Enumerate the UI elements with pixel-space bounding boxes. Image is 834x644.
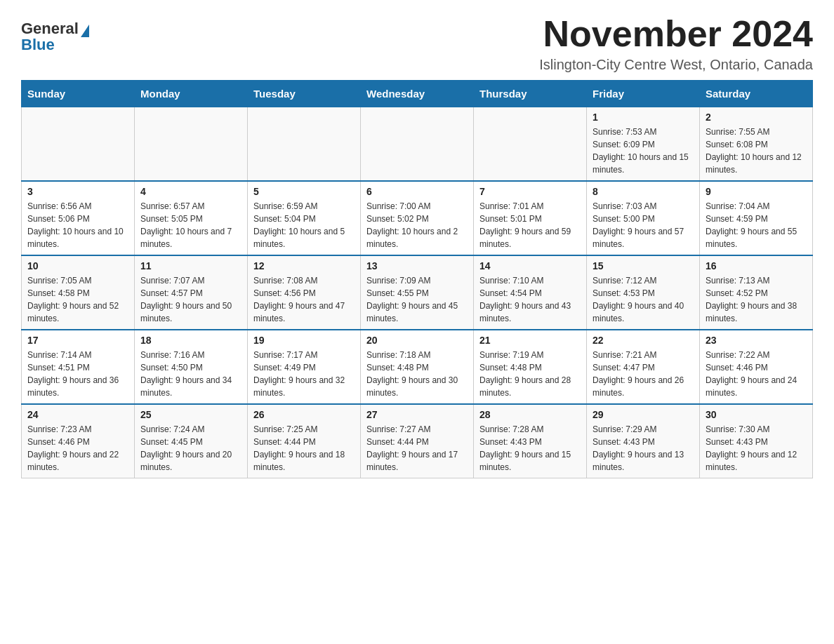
col-thursday: Thursday <box>474 81 587 107</box>
day-info: Sunrise: 7:19 AMSunset: 4:48 PMDaylight:… <box>479 349 581 399</box>
day-number: 20 <box>366 335 468 346</box>
day-number: 23 <box>706 335 807 346</box>
table-row <box>248 107 361 182</box>
day-info: Sunrise: 7:14 AMSunset: 4:51 PMDaylight:… <box>27 349 128 399</box>
day-number: 7 <box>479 186 581 197</box>
day-number: 22 <box>593 335 694 346</box>
table-row: 1Sunrise: 7:53 AMSunset: 6:09 PMDaylight… <box>587 107 700 182</box>
table-row: 10Sunrise: 7:05 AMSunset: 4:58 PMDayligh… <box>22 255 135 330</box>
day-number: 24 <box>27 409 128 420</box>
day-number: 16 <box>706 260 807 271</box>
day-number: 27 <box>366 409 468 420</box>
day-info: Sunrise: 7:09 AMSunset: 4:55 PMDaylight:… <box>366 274 468 325</box>
logo-blue-text: Blue <box>21 37 55 53</box>
table-row <box>135 107 248 182</box>
table-row: 26Sunrise: 7:25 AMSunset: 4:44 PMDayligh… <box>248 404 361 478</box>
table-row: 8Sunrise: 7:03 AMSunset: 5:00 PMDaylight… <box>587 181 700 255</box>
table-row: 13Sunrise: 7:09 AMSunset: 4:55 PMDayligh… <box>361 255 474 330</box>
calendar-table: Sunday Monday Tuesday Wednesday Thursday… <box>21 80 813 478</box>
day-number: 30 <box>706 409 807 420</box>
day-info: Sunrise: 7:21 AMSunset: 4:47 PMDaylight:… <box>593 349 694 399</box>
day-info: Sunrise: 7:53 AMSunset: 6:09 PMDaylight:… <box>593 126 694 176</box>
day-info: Sunrise: 7:01 AMSunset: 5:01 PMDaylight:… <box>479 200 581 250</box>
day-number: 12 <box>253 260 355 271</box>
table-row: 14Sunrise: 7:10 AMSunset: 4:54 PMDayligh… <box>474 255 587 330</box>
day-info: Sunrise: 7:13 AMSunset: 4:52 PMDaylight:… <box>706 274 807 325</box>
col-monday: Monday <box>135 81 248 107</box>
day-info: Sunrise: 7:27 AMSunset: 4:44 PMDaylight:… <box>366 423 468 474</box>
day-info: Sunrise: 7:55 AMSunset: 6:08 PMDaylight:… <box>706 126 807 176</box>
table-row: 27Sunrise: 7:27 AMSunset: 4:44 PMDayligh… <box>361 404 474 478</box>
day-info: Sunrise: 7:18 AMSunset: 4:48 PMDaylight:… <box>366 349 468 399</box>
day-info: Sunrise: 7:10 AMSunset: 4:54 PMDaylight:… <box>479 274 581 325</box>
day-number: 29 <box>593 409 694 420</box>
day-info: Sunrise: 7:24 AMSunset: 4:45 PMDaylight:… <box>140 423 241 474</box>
table-row: 2Sunrise: 7:55 AMSunset: 6:08 PMDaylight… <box>700 107 813 182</box>
day-number: 18 <box>140 335 241 346</box>
table-row: 6Sunrise: 7:00 AMSunset: 5:02 PMDaylight… <box>361 181 474 255</box>
logo: General Blue <box>21 14 89 53</box>
title-area: November 2024 Islington-City Centre West… <box>539 14 813 73</box>
day-number: 11 <box>140 260 241 271</box>
calendar-week-1: 1Sunrise: 7:53 AMSunset: 6:09 PMDaylight… <box>22 107 813 182</box>
day-info: Sunrise: 7:23 AMSunset: 4:46 PMDaylight:… <box>27 423 128 474</box>
table-row: 12Sunrise: 7:08 AMSunset: 4:56 PMDayligh… <box>248 255 361 330</box>
table-row: 20Sunrise: 7:18 AMSunset: 4:48 PMDayligh… <box>361 330 474 404</box>
day-info: Sunrise: 7:16 AMSunset: 4:50 PMDaylight:… <box>140 349 241 399</box>
day-info: Sunrise: 7:07 AMSunset: 4:57 PMDaylight:… <box>140 274 241 325</box>
day-info: Sunrise: 7:29 AMSunset: 4:43 PMDaylight:… <box>593 423 694 474</box>
table-row <box>22 107 135 182</box>
col-sunday: Sunday <box>22 81 135 107</box>
day-info: Sunrise: 7:04 AMSunset: 4:59 PMDaylight:… <box>706 200 807 250</box>
day-info: Sunrise: 7:08 AMSunset: 4:56 PMDaylight:… <box>253 274 355 325</box>
col-saturday: Saturday <box>700 81 813 107</box>
day-number: 4 <box>140 186 241 197</box>
table-row: 28Sunrise: 7:28 AMSunset: 4:43 PMDayligh… <box>474 404 587 478</box>
table-row: 24Sunrise: 7:23 AMSunset: 4:46 PMDayligh… <box>22 404 135 478</box>
header: General Blue November 2024 Islington-Cit… <box>21 14 813 73</box>
table-row: 11Sunrise: 7:07 AMSunset: 4:57 PMDayligh… <box>135 255 248 330</box>
table-row <box>361 107 474 182</box>
day-info: Sunrise: 7:22 AMSunset: 4:46 PMDaylight:… <box>706 349 807 399</box>
calendar-week-3: 10Sunrise: 7:05 AMSunset: 4:58 PMDayligh… <box>22 255 813 330</box>
header-row: Sunday Monday Tuesday Wednesday Thursday… <box>22 81 813 107</box>
col-friday: Friday <box>587 81 700 107</box>
table-row <box>474 107 587 182</box>
day-number: 21 <box>479 335 581 346</box>
day-number: 14 <box>479 260 581 271</box>
day-number: 15 <box>593 260 694 271</box>
col-wednesday: Wednesday <box>361 81 474 107</box>
day-number: 10 <box>27 260 128 271</box>
day-number: 26 <box>253 409 355 420</box>
day-number: 13 <box>366 260 468 271</box>
table-row: 4Sunrise: 6:57 AMSunset: 5:05 PMDaylight… <box>135 181 248 255</box>
day-info: Sunrise: 7:03 AMSunset: 5:00 PMDaylight:… <box>593 200 694 250</box>
day-info: Sunrise: 7:28 AMSunset: 4:43 PMDaylight:… <box>479 423 581 474</box>
day-info: Sunrise: 6:59 AMSunset: 5:04 PMDaylight:… <box>253 200 355 250</box>
day-number: 25 <box>140 409 241 420</box>
location-title: Islington-City Centre West, Ontario, Can… <box>539 57 813 73</box>
col-tuesday: Tuesday <box>248 81 361 107</box>
calendar-week-2: 3Sunrise: 6:56 AMSunset: 5:06 PMDaylight… <box>22 181 813 255</box>
day-info: Sunrise: 7:25 AMSunset: 4:44 PMDaylight:… <box>253 423 355 474</box>
day-number: 28 <box>479 409 581 420</box>
table-row: 22Sunrise: 7:21 AMSunset: 4:47 PMDayligh… <box>587 330 700 404</box>
day-info: Sunrise: 7:17 AMSunset: 4:49 PMDaylight:… <box>253 349 355 399</box>
table-row: 25Sunrise: 7:24 AMSunset: 4:45 PMDayligh… <box>135 404 248 478</box>
table-row: 5Sunrise: 6:59 AMSunset: 5:04 PMDaylight… <box>248 181 361 255</box>
table-row: 17Sunrise: 7:14 AMSunset: 4:51 PMDayligh… <box>22 330 135 404</box>
table-row: 29Sunrise: 7:29 AMSunset: 4:43 PMDayligh… <box>587 404 700 478</box>
logo-general-row: General <box>21 21 89 37</box>
table-row: 30Sunrise: 7:30 AMSunset: 4:43 PMDayligh… <box>700 404 813 478</box>
table-row: 15Sunrise: 7:12 AMSunset: 4:53 PMDayligh… <box>587 255 700 330</box>
table-row: 9Sunrise: 7:04 AMSunset: 4:59 PMDaylight… <box>700 181 813 255</box>
day-info: Sunrise: 6:56 AMSunset: 5:06 PMDaylight:… <box>27 200 128 250</box>
day-info: Sunrise: 7:12 AMSunset: 4:53 PMDaylight:… <box>593 274 694 325</box>
calendar-week-4: 17Sunrise: 7:14 AMSunset: 4:51 PMDayligh… <box>22 330 813 404</box>
table-row: 21Sunrise: 7:19 AMSunset: 4:48 PMDayligh… <box>474 330 587 404</box>
day-number: 8 <box>593 186 694 197</box>
day-number: 1 <box>593 112 694 123</box>
table-row: 16Sunrise: 7:13 AMSunset: 4:52 PMDayligh… <box>700 255 813 330</box>
day-number: 6 <box>366 186 468 197</box>
month-title: November 2024 <box>539 14 813 54</box>
